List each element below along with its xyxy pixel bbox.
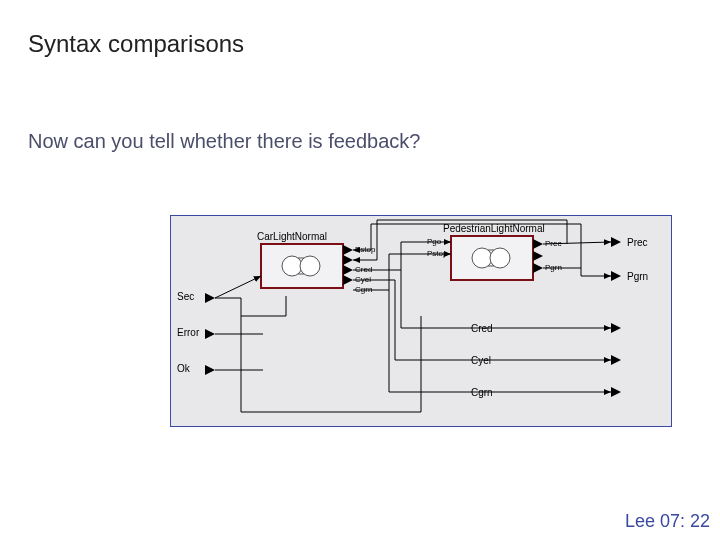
actor-pedlight: PedestrianLightNormal Pgo Pstop Prec Pgr… xyxy=(427,223,562,280)
actor-carlight-label: CarLightNormal xyxy=(257,231,327,242)
input-error: Error xyxy=(177,327,200,338)
slide-footer: Lee 07: 22 xyxy=(625,511,710,532)
actor-pedlight-label: PedestrianLightNormal xyxy=(443,223,545,234)
input-ok: Ok xyxy=(177,363,191,374)
actor-carlight: CarLightNormal Pstop Cred Cyel Cgrn xyxy=(257,231,376,294)
model-diagram: CarLightNormal Pstop Cred Cyel Cgrn Pede… xyxy=(170,215,672,427)
output-pgrn: Pgrn xyxy=(627,271,648,282)
page-title: Syntax comparisons xyxy=(28,30,244,58)
output-prec: Prec xyxy=(627,237,648,248)
page-subtitle: Now can you tell whether there is feedba… xyxy=(28,130,420,153)
external-inputs: Sec Error Ok xyxy=(177,291,215,375)
input-sec: Sec xyxy=(177,291,194,302)
